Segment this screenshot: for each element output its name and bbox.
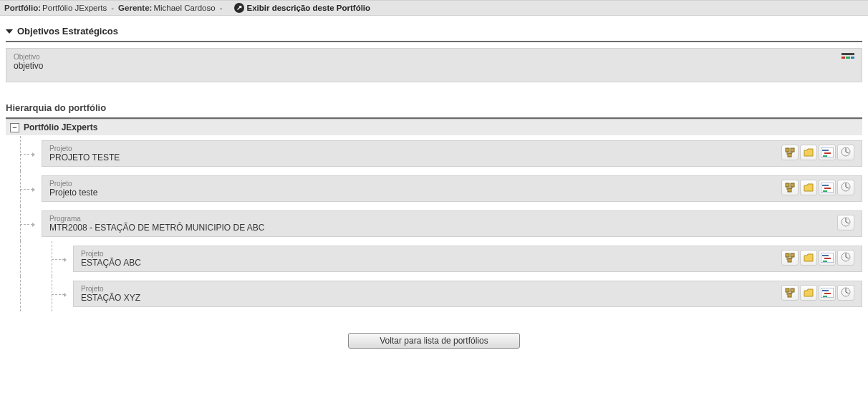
svg-rect-17	[786, 253, 789, 257]
svg-rect-18	[791, 253, 794, 257]
node-type-label: Projeto	[81, 250, 781, 258]
sep: -	[220, 4, 223, 12]
show-description-button[interactable]: ↗ Exibir descrição deste Portfólio	[234, 3, 371, 13]
svg-rect-8	[786, 183, 789, 187]
node-type-label: Programa	[49, 215, 837, 223]
hierarchy-icon-button[interactable]	[781, 180, 799, 195]
svg-rect-6	[823, 155, 827, 157]
svg-rect-29	[822, 290, 829, 291]
node-actions	[781, 285, 854, 301]
svg-rect-4	[822, 150, 829, 151]
tree-node: ProjetoProjeto teste	[10, 171, 862, 206]
project-card[interactable]: ProjetoPROJETO TESTE	[42, 140, 862, 167]
progress-clock-icon	[841, 287, 851, 299]
show-description-label: Exibir descrição deste Portfólio	[247, 4, 371, 12]
hierarchy-icon	[785, 253, 795, 263]
svg-rect-0	[786, 148, 789, 152]
svg-rect-27	[788, 293, 791, 297]
sep: -	[111, 4, 114, 12]
svg-rect-2	[788, 153, 791, 157]
objectives-title-text: Objetivos Estratégicos	[17, 26, 118, 37]
objective-item: Objetivo objetivo	[6, 48, 862, 82]
folder-open-icon	[804, 147, 814, 157]
svg-rect-26	[791, 288, 794, 292]
progress-clock-icon	[841, 252, 851, 264]
folder-open-icon-button[interactable]	[800, 180, 817, 195]
svg-rect-23	[823, 261, 827, 262]
progress-clock-icon-button[interactable]	[837, 215, 854, 230]
folder-open-icon-button[interactable]	[800, 145, 817, 160]
progress-clock-icon-button[interactable]	[837, 285, 854, 301]
hierarchy-icon-button[interactable]	[781, 145, 799, 160]
objective-type-label: Objetivo	[14, 53, 43, 61]
gantt-chart-icon	[821, 288, 834, 298]
collapse-triangle-icon	[6, 29, 13, 34]
objectives-section-title[interactable]: Objetivos Estratégicos	[0, 16, 868, 41]
node-name: Projeto teste	[49, 188, 97, 198]
node-name: MTR2008 - ESTAÇÃO DE METRÔ MUNICIPIO DE …	[49, 223, 265, 233]
hierarchy-icon	[785, 147, 795, 157]
svg-rect-25	[786, 288, 789, 292]
manager-label: Gerente:	[118, 4, 152, 12]
portfolio-tree: − Portfólio JExperts ProjetoPROJETO TEST…	[6, 119, 862, 311]
node-actions	[781, 250, 854, 266]
folder-open-icon	[804, 253, 814, 263]
folder-open-icon-button[interactable]	[800, 285, 817, 301]
gantt-chart-icon	[821, 147, 834, 157]
project-card[interactable]: ProjetoESTAÇÃO ABC	[73, 246, 862, 272]
progress-clock-icon-button[interactable]	[837, 180, 854, 195]
node-name: ESTAÇÃO ABC	[81, 258, 141, 268]
gantt-chart-icon-button[interactable]	[819, 180, 836, 195]
progress-clock-icon	[841, 182, 851, 194]
tree-node: ProjetoESTAÇÃO ABC	[10, 241, 862, 276]
program-card[interactable]: ProgramaMTR2008 - ESTAÇÃO DE METRÔ MUNIC…	[42, 210, 862, 237]
svg-rect-21	[822, 255, 829, 256]
folder-open-icon-button[interactable]	[800, 250, 817, 266]
tree-connector	[10, 171, 42, 206]
svg-rect-13	[824, 188, 831, 189]
gantt-chart-icon-button[interactable]	[819, 145, 836, 160]
objective-value: objetivo	[14, 61, 43, 71]
gantt-chart-icon	[821, 183, 834, 193]
bsc-indicator-icon[interactable]	[842, 53, 854, 63]
node-type-label: Projeto	[49, 180, 781, 188]
svg-rect-12	[822, 185, 829, 186]
portfolio-header: Portfólio: Portfólio JExperts - Gerente:…	[0, 0, 868, 16]
hierarchy-icon	[785, 288, 795, 298]
folder-open-icon	[804, 288, 814, 298]
folder-open-icon	[804, 183, 814, 193]
gantt-chart-icon-button[interactable]	[819, 285, 836, 301]
tree-node: ProjetoESTAÇÃO XYZ	[10, 276, 862, 311]
link-icon: ↗	[234, 3, 244, 13]
portfolio-name: Portfólio JExperts	[42, 4, 107, 12]
hierarchy-icon-button[interactable]	[781, 250, 799, 266]
back-to-portfolio-list-button[interactable]: Voltar para lista de portfólios	[348, 333, 520, 349]
progress-clock-icon-button[interactable]	[837, 145, 854, 160]
hierarchy-icon-button[interactable]	[781, 285, 799, 301]
project-card[interactable]: ProjetoESTAÇÃO XYZ	[73, 281, 862, 307]
manager-name: Michael Cardoso	[153, 4, 215, 12]
tree-root-row[interactable]: − Portfólio JExperts	[6, 119, 862, 136]
node-actions	[837, 215, 854, 230]
section-divider	[6, 41, 862, 42]
tree-connector	[10, 276, 73, 311]
footer: Voltar para lista de portfólios	[0, 311, 868, 356]
node-actions	[781, 180, 854, 195]
gantt-chart-icon-button[interactable]	[819, 250, 836, 266]
svg-rect-31	[823, 296, 827, 297]
tree-node: ProgramaMTR2008 - ESTAÇÃO DE METRÔ MUNIC…	[10, 206, 862, 241]
tree-body: ProjetoPROJETO TESTEProjetoProjeto teste…	[6, 136, 862, 311]
node-name: ESTAÇÃO XYZ	[81, 293, 140, 303]
collapse-icon[interactable]: −	[10, 123, 19, 132]
progress-clock-icon	[841, 217, 851, 229]
node-type-label: Projeto	[49, 145, 781, 152]
svg-rect-5	[824, 152, 831, 154]
svg-rect-10	[788, 188, 791, 192]
portfolio-label: Portfólio:	[4, 4, 41, 12]
progress-clock-icon	[841, 147, 851, 159]
progress-clock-icon-button[interactable]	[837, 250, 854, 266]
project-card[interactable]: ProjetoProjeto teste	[42, 175, 862, 202]
node-type-label: Projeto	[81, 285, 781, 293]
svg-rect-30	[824, 293, 831, 294]
svg-rect-14	[823, 190, 827, 192]
